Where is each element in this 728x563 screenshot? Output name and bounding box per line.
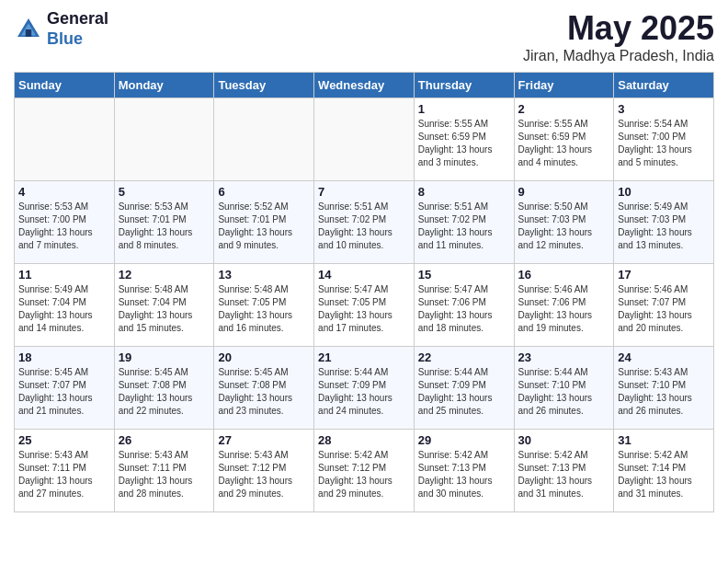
day-number: 3 bbox=[618, 102, 710, 116]
day-number: 30 bbox=[518, 433, 610, 447]
calendar-cell: 7Sunrise: 5:51 AM Sunset: 7:02 PM Daylig… bbox=[314, 181, 415, 264]
calendar-cell: 24Sunrise: 5:43 AM Sunset: 7:10 PM Dayli… bbox=[614, 347, 714, 430]
day-number: 19 bbox=[119, 350, 210, 364]
logo-text: General Blue bbox=[47, 9, 108, 49]
day-number: 21 bbox=[318, 350, 410, 364]
calendar-week-row: 18Sunrise: 5:45 AM Sunset: 7:07 PM Dayli… bbox=[15, 347, 714, 430]
calendar-table: SundayMondayTuesdayWednesdayThursdayFrid… bbox=[14, 72, 714, 512]
weekday-header: Tuesday bbox=[214, 73, 314, 98]
day-number: 8 bbox=[418, 185, 510, 199]
calendar-cell: 31Sunrise: 5:42 AM Sunset: 7:14 PM Dayli… bbox=[614, 430, 714, 512]
location: Jiran, Madhya Pradesh, India bbox=[523, 48, 714, 64]
day-info: Sunrise: 5:43 AM Sunset: 7:12 PM Dayligh… bbox=[218, 449, 310, 500]
day-number: 12 bbox=[119, 268, 210, 282]
calendar-cell: 19Sunrise: 5:45 AM Sunset: 7:08 PM Dayli… bbox=[114, 347, 214, 430]
day-number: 22 bbox=[418, 350, 510, 364]
day-info: Sunrise: 5:45 AM Sunset: 7:08 PM Dayligh… bbox=[119, 366, 210, 418]
day-info: Sunrise: 5:42 AM Sunset: 7:12 PM Dayligh… bbox=[318, 449, 410, 500]
day-info: Sunrise: 5:55 AM Sunset: 6:59 PM Dayligh… bbox=[418, 118, 510, 169]
weekday-header: Monday bbox=[114, 73, 214, 98]
logo-icon bbox=[14, 15, 43, 44]
day-number: 26 bbox=[119, 433, 210, 447]
month-title: May 2025 bbox=[523, 9, 714, 48]
day-number: 11 bbox=[18, 268, 110, 282]
day-info: Sunrise: 5:53 AM Sunset: 7:01 PM Dayligh… bbox=[119, 201, 210, 252]
calendar-cell: 30Sunrise: 5:42 AM Sunset: 7:13 PM Dayli… bbox=[514, 430, 614, 512]
calendar-cell bbox=[114, 98, 214, 181]
day-info: Sunrise: 5:49 AM Sunset: 7:04 PM Dayligh… bbox=[18, 283, 110, 335]
day-info: Sunrise: 5:54 AM Sunset: 7:00 PM Dayligh… bbox=[618, 118, 710, 169]
calendar-cell: 6Sunrise: 5:52 AM Sunset: 7:01 PM Daylig… bbox=[214, 181, 314, 264]
day-info: Sunrise: 5:43 AM Sunset: 7:10 PM Dayligh… bbox=[618, 366, 710, 418]
calendar-cell: 5Sunrise: 5:53 AM Sunset: 7:01 PM Daylig… bbox=[114, 181, 214, 264]
calendar-cell: 26Sunrise: 5:43 AM Sunset: 7:11 PM Dayli… bbox=[114, 430, 214, 512]
weekday-header: Saturday bbox=[614, 73, 714, 98]
calendar-cell: 29Sunrise: 5:42 AM Sunset: 7:13 PM Dayli… bbox=[414, 430, 514, 512]
calendar-week-row: 4Sunrise: 5:53 AM Sunset: 7:00 PM Daylig… bbox=[15, 181, 714, 264]
calendar-cell: 16Sunrise: 5:46 AM Sunset: 7:06 PM Dayli… bbox=[514, 264, 614, 347]
day-info: Sunrise: 5:55 AM Sunset: 6:59 PM Dayligh… bbox=[518, 118, 610, 169]
day-info: Sunrise: 5:45 AM Sunset: 7:08 PM Dayligh… bbox=[218, 366, 310, 418]
day-info: Sunrise: 5:47 AM Sunset: 7:06 PM Dayligh… bbox=[418, 283, 510, 335]
day-number: 7 bbox=[318, 185, 410, 199]
calendar-cell: 13Sunrise: 5:48 AM Sunset: 7:05 PM Dayli… bbox=[214, 264, 314, 347]
day-number: 6 bbox=[218, 185, 310, 199]
calendar-cell: 8Sunrise: 5:51 AM Sunset: 7:02 PM Daylig… bbox=[414, 181, 514, 264]
logo-line2: Blue bbox=[47, 29, 108, 50]
calendar-cell: 28Sunrise: 5:42 AM Sunset: 7:12 PM Dayli… bbox=[314, 430, 415, 512]
day-info: Sunrise: 5:43 AM Sunset: 7:11 PM Dayligh… bbox=[18, 449, 110, 500]
day-info: Sunrise: 5:53 AM Sunset: 7:00 PM Dayligh… bbox=[18, 201, 110, 252]
calendar-cell: 3Sunrise: 5:54 AM Sunset: 7:00 PM Daylig… bbox=[614, 98, 714, 181]
day-info: Sunrise: 5:42 AM Sunset: 7:13 PM Dayligh… bbox=[418, 449, 510, 500]
calendar-cell: 17Sunrise: 5:46 AM Sunset: 7:07 PM Dayli… bbox=[614, 264, 714, 347]
calendar-cell bbox=[214, 98, 314, 181]
day-info: Sunrise: 5:50 AM Sunset: 7:03 PM Dayligh… bbox=[518, 201, 610, 252]
day-number: 1 bbox=[418, 102, 510, 116]
calendar-cell: 18Sunrise: 5:45 AM Sunset: 7:07 PM Dayli… bbox=[15, 347, 115, 430]
day-number: 28 bbox=[318, 433, 410, 447]
calendar-header-row: SundayMondayTuesdayWednesdayThursdayFrid… bbox=[15, 73, 714, 98]
day-info: Sunrise: 5:51 AM Sunset: 7:02 PM Dayligh… bbox=[318, 201, 410, 252]
logo: General Blue bbox=[14, 9, 108, 49]
calendar-cell: 11Sunrise: 5:49 AM Sunset: 7:04 PM Dayli… bbox=[15, 264, 115, 347]
calendar-cell: 12Sunrise: 5:48 AM Sunset: 7:04 PM Dayli… bbox=[114, 264, 214, 347]
day-number: 5 bbox=[119, 185, 210, 199]
calendar-cell: 14Sunrise: 5:47 AM Sunset: 7:05 PM Dayli… bbox=[314, 264, 415, 347]
weekday-header: Thursday bbox=[414, 73, 514, 98]
day-number: 17 bbox=[618, 268, 710, 282]
day-number: 15 bbox=[418, 268, 510, 282]
day-number: 25 bbox=[18, 433, 110, 447]
day-number: 9 bbox=[518, 185, 610, 199]
calendar-cell: 15Sunrise: 5:47 AM Sunset: 7:06 PM Dayli… bbox=[414, 264, 514, 347]
calendar-cell: 10Sunrise: 5:49 AM Sunset: 7:03 PM Dayli… bbox=[614, 181, 714, 264]
day-info: Sunrise: 5:46 AM Sunset: 7:06 PM Dayligh… bbox=[518, 283, 610, 335]
day-number: 24 bbox=[618, 350, 710, 364]
day-number: 16 bbox=[518, 268, 610, 282]
calendar-cell: 27Sunrise: 5:43 AM Sunset: 7:12 PM Dayli… bbox=[214, 430, 314, 512]
day-number: 20 bbox=[218, 350, 310, 364]
calendar-cell: 2Sunrise: 5:55 AM Sunset: 6:59 PM Daylig… bbox=[514, 98, 614, 181]
calendar-cell: 23Sunrise: 5:44 AM Sunset: 7:10 PM Dayli… bbox=[514, 347, 614, 430]
weekday-header: Sunday bbox=[15, 73, 115, 98]
calendar-week-row: 25Sunrise: 5:43 AM Sunset: 7:11 PM Dayli… bbox=[15, 430, 714, 512]
day-number: 13 bbox=[218, 268, 310, 282]
day-info: Sunrise: 5:44 AM Sunset: 7:09 PM Dayligh… bbox=[418, 366, 510, 418]
day-number: 4 bbox=[18, 185, 110, 199]
calendar-cell: 9Sunrise: 5:50 AM Sunset: 7:03 PM Daylig… bbox=[514, 181, 614, 264]
day-info: Sunrise: 5:42 AM Sunset: 7:14 PM Dayligh… bbox=[618, 449, 710, 500]
weekday-header: Friday bbox=[514, 73, 614, 98]
calendar-cell: 22Sunrise: 5:44 AM Sunset: 7:09 PM Dayli… bbox=[414, 347, 514, 430]
weekday-header: Wednesday bbox=[314, 73, 415, 98]
calendar-cell: 25Sunrise: 5:43 AM Sunset: 7:11 PM Dayli… bbox=[15, 430, 115, 512]
logo-line1: General bbox=[47, 9, 108, 29]
calendar-cell: 20Sunrise: 5:45 AM Sunset: 7:08 PM Dayli… bbox=[214, 347, 314, 430]
calendar-week-row: 11Sunrise: 5:49 AM Sunset: 7:04 PM Dayli… bbox=[15, 264, 714, 347]
calendar-cell: 1Sunrise: 5:55 AM Sunset: 6:59 PM Daylig… bbox=[414, 98, 514, 181]
day-number: 29 bbox=[418, 433, 510, 447]
day-info: Sunrise: 5:46 AM Sunset: 7:07 PM Dayligh… bbox=[618, 283, 710, 335]
calendar-cell bbox=[314, 98, 415, 181]
day-number: 31 bbox=[618, 433, 710, 447]
day-info: Sunrise: 5:44 AM Sunset: 7:10 PM Dayligh… bbox=[518, 366, 610, 418]
calendar-cell: 4Sunrise: 5:53 AM Sunset: 7:00 PM Daylig… bbox=[15, 181, 115, 264]
day-number: 2 bbox=[518, 102, 610, 116]
